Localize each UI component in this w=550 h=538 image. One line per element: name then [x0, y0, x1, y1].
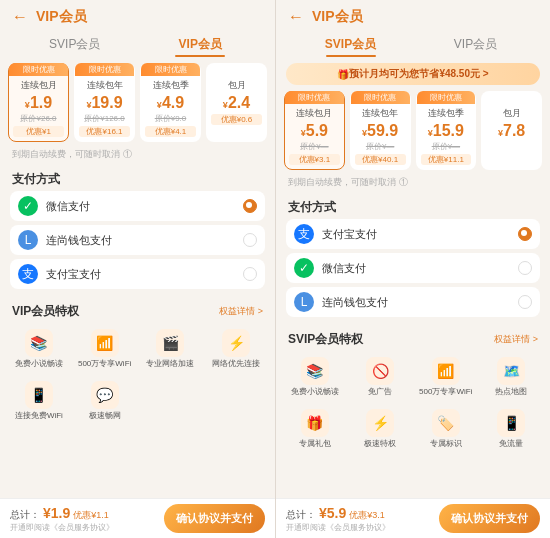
payment-item-alipay[interactable]: 支 支付宝支付	[286, 219, 540, 249]
benefit-label: 500万专享WiFi	[78, 359, 131, 369]
total-note: 开通即阅读《会员服务协议》	[286, 522, 439, 533]
benefit-label: 热点地图	[495, 387, 527, 397]
total-price: ¥1.9	[43, 505, 70, 521]
benefit-item: 🎁 专属礼包	[284, 405, 346, 453]
savings-banner[interactable]: 🎁 预计月均可为您节省¥48.50元 >	[286, 63, 540, 85]
payment-item-lianshang[interactable]: L 连尚钱包支付	[10, 225, 265, 255]
plan-card-seasonal-cont[interactable]: 限时优惠 连续包季 ¥15.9 原价¥— 优惠¥11.1	[416, 91, 477, 170]
benefit-label: 专属标识	[430, 439, 462, 449]
benefit-icon: ⚡	[222, 329, 250, 357]
header: ← VIP会员	[0, 0, 275, 30]
plan-card-monthly[interactable]: 包月 ¥7.8	[481, 91, 542, 170]
payment-section-header: 支付方式	[0, 165, 275, 191]
header: ← VIP会员	[276, 0, 550, 30]
plan-amount: 7.8	[503, 122, 525, 139]
benefit-item: 🚫 免广告	[350, 353, 412, 401]
benefit-item: 📱 连接免费WiFi	[8, 377, 70, 425]
alipay-icon: 支	[294, 224, 314, 244]
benefit-icon: 📶	[91, 329, 119, 357]
benefit-label: 免费小说畅读	[15, 359, 63, 369]
benefit-item: 📶 500万专享WiFi	[74, 325, 136, 373]
plan-card-seasonal-cont[interactable]: 限时优惠 连续包季 ¥4.9 原价¥9.0 优惠¥4.1	[140, 63, 201, 142]
plan-label: 连续包季	[421, 107, 472, 120]
payment-name: 支付宝支付	[46, 267, 243, 282]
confirm-pay-button[interactable]: 确认协议并支付	[164, 504, 265, 533]
benefit-item: 🏷️ 专属标识	[415, 405, 477, 453]
alipay-icon: 支	[18, 264, 38, 284]
tab-bar: SVIP会员VIP会员	[0, 30, 275, 57]
payment-radio[interactable]	[243, 199, 257, 213]
benefits-more-link[interactable]: 权益详情 >	[494, 333, 538, 346]
plan-original: 原价¥—	[289, 141, 340, 152]
payment-item-wechat[interactable]: ✓ 微信支付	[286, 253, 540, 283]
benefit-icon: ⚡	[366, 409, 394, 437]
benefit-icon: 💬	[91, 381, 119, 409]
benefit-icon: 📶	[432, 357, 460, 385]
plan-label: 连续包季	[145, 79, 196, 92]
tab-SVIP会员[interactable]: SVIP会员	[288, 30, 413, 57]
plan-amount: 4.9	[162, 94, 184, 111]
payment-radio[interactable]	[518, 261, 532, 275]
wechat-icon: ✓	[18, 196, 38, 216]
plan-label: 连续包月	[289, 107, 340, 120]
plan-amount: 15.9	[433, 122, 464, 139]
payment-title: 支付方式	[12, 171, 60, 188]
payment-item-lianshang[interactable]: L 连尚钱包支付	[286, 287, 540, 317]
lianshang-icon: L	[18, 230, 38, 250]
benefit-icon: 🎁	[301, 409, 329, 437]
plan-amount: 1.9	[30, 94, 52, 111]
benefit-item: 📶 500万专享WiFi	[415, 353, 477, 401]
wechat-icon: ✓	[294, 258, 314, 278]
plan-amount: 2.4	[228, 94, 250, 111]
payment-radio[interactable]	[243, 233, 257, 247]
plan-card-yearly-cont[interactable]: 限时优惠 连续包年 ¥19.9 原价¥126.0 优惠¥16.1	[74, 63, 135, 142]
plan-price: ¥1.9	[13, 94, 64, 112]
benefit-label: 专属礼包	[299, 439, 331, 449]
benefits-more-link[interactable]: 权益详情 >	[219, 305, 263, 318]
payment-radio[interactable]	[243, 267, 257, 281]
plan-card-yearly-cont[interactable]: 限时优惠 连续包年 ¥59.9 原价¥— 优惠¥40.1	[350, 91, 411, 170]
payment-title: 支付方式	[288, 199, 336, 216]
confirm-pay-button[interactable]: 确认协议并支付	[439, 504, 540, 533]
total-discount: 优惠¥1.1	[73, 509, 109, 522]
plans-row: 限时优惠 连续包月 ¥5.9 原价¥— 优惠¥3.1 限时优惠 连续包年 ¥59…	[276, 91, 550, 170]
plan-amount: 5.9	[306, 122, 328, 139]
panel-left: ← VIP会员 SVIP会员VIP会员 限时优惠 连续包月 ¥1.9 原价¥26…	[0, 0, 275, 538]
back-button[interactable]: ←	[12, 8, 28, 26]
back-button[interactable]: ←	[288, 8, 304, 26]
plan-badge: 限时优惠	[351, 91, 410, 104]
benefit-label: 专业网络加速	[146, 359, 194, 369]
plan-card-monthly[interactable]: 包月 ¥2.4 优惠¥0.6	[206, 63, 267, 142]
plan-price: ¥7.8	[486, 122, 537, 140]
tab-SVIP会员[interactable]: SVIP会员	[12, 30, 138, 57]
tab-VIP会员[interactable]: VIP会员	[138, 30, 264, 57]
total-info: 总计： ¥1.9 优惠¥1.1 开通即阅读《会员服务协议》	[10, 505, 164, 533]
payment-item-wechat[interactable]: ✓ 微信支付	[10, 191, 265, 221]
plan-amount: 19.9	[91, 94, 122, 111]
benefit-icon: 🚫	[366, 357, 394, 385]
plan-discount: 优惠¥40.1	[355, 154, 406, 165]
total-label: 总计：	[286, 508, 316, 522]
benefit-label: 免费小说畅读	[291, 387, 339, 397]
plan-amount: 59.9	[367, 122, 398, 139]
payment-radio[interactable]	[518, 295, 532, 309]
total-label: 总计：	[10, 508, 40, 522]
benefit-icon: 📱	[497, 409, 525, 437]
payment-radio[interactable]	[518, 227, 532, 241]
payment-item-alipay[interactable]: 支 支付宝支付	[10, 259, 265, 289]
total-price: ¥5.9	[319, 505, 346, 521]
benefit-label: 免流量	[499, 439, 523, 449]
benefits-title: VIP会员特权	[12, 303, 79, 320]
benefits-grid: 📚 免费小说畅读 🚫 免广告 📶 500万专享WiFi 🗺️ 热点地图 🎁 专属…	[276, 351, 550, 454]
benefit-item: ⚡ 网络优先连接	[205, 325, 267, 373]
header-title: VIP会员	[36, 8, 87, 26]
plan-card-monthly-cont[interactable]: 限时优惠 连续包月 ¥1.9 原价¥26.0 优惠¥1	[8, 63, 69, 142]
plan-badge: 限时优惠	[9, 63, 68, 76]
plan-discount: 优惠¥16.1	[79, 126, 130, 137]
payment-name: 支付宝支付	[322, 227, 518, 242]
plan-price: ¥4.9	[145, 94, 196, 112]
tab-VIP会员[interactable]: VIP会员	[413, 30, 538, 57]
benefit-icon: 🏷️	[432, 409, 460, 437]
benefit-icon: 📱	[25, 381, 53, 409]
plan-card-monthly-cont[interactable]: 限时优惠 连续包月 ¥5.9 原价¥— 优惠¥3.1	[284, 91, 345, 170]
